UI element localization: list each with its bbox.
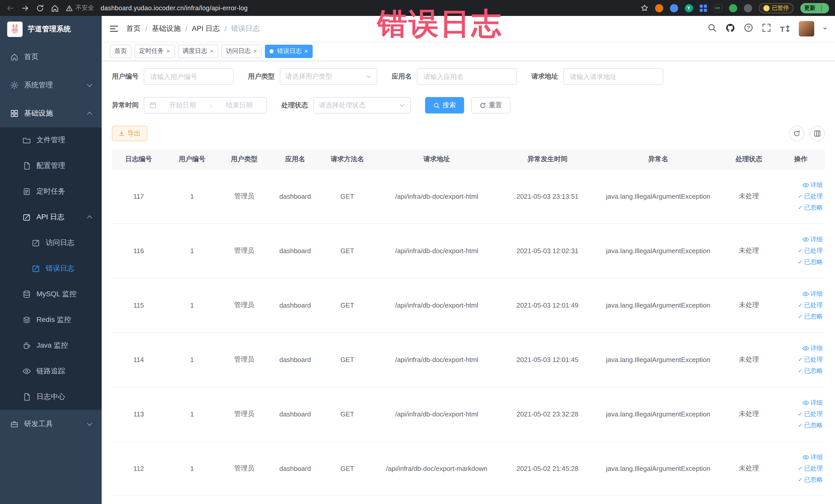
sidebar-item-label: 文件管理 <box>37 136 65 145</box>
request-url-input[interactable] <box>563 68 663 85</box>
reset-button[interactable]: 重置 <box>471 97 510 114</box>
tab-timed-task[interactable]: 定时任务× <box>135 44 175 58</box>
ignored-link[interactable]: ✓已忽略 <box>798 311 823 321</box>
app-name-input[interactable] <box>417 68 517 85</box>
breadcrumb-api-log[interactable]: API 日志 <box>192 24 220 33</box>
font-size-icon[interactable]: T <box>780 24 790 33</box>
tab-home[interactable]: 首页 <box>110 44 131 58</box>
search-button[interactable]: 搜索 <box>425 97 464 114</box>
cell-exception-name: java.lang.IllegalArgumentException <box>595 387 721 441</box>
sidebar-item-java-monitor[interactable]: Java 监控 <box>0 333 102 358</box>
ignored-link[interactable]: ✓已忽略 <box>798 475 823 484</box>
sidebar-item-access-log[interactable]: 访问日志 <box>0 230 102 256</box>
hamburger-icon[interactable] <box>110 26 118 32</box>
close-icon[interactable]: × <box>304 48 308 55</box>
col-exception-time: 异常发生时间 <box>500 149 595 169</box>
security-indicator[interactable]: 不安全 <box>66 4 94 12</box>
table-row: 112 1 管理员 dashboard GET /api/infra/db-do… <box>112 441 825 496</box>
sidebar-item-trace[interactable]: 链路追踪 <box>0 358 102 384</box>
sidebar-item-timed-task[interactable]: 定时任务 <box>0 179 102 204</box>
processed-link[interactable]: ✓已处理 <box>798 246 823 256</box>
detail-link[interactable]: 详细 <box>802 398 823 407</box>
check-icon: ✓ <box>798 246 803 256</box>
home-chrome-icon[interactable] <box>51 4 59 12</box>
detail-link[interactable]: 详细 <box>802 289 823 299</box>
sidebar-item-api-log[interactable]: API 日志 <box>0 204 102 230</box>
extension-on-badge[interactable]: on <box>713 4 722 12</box>
top-navbar: 首页 / 基础设施 / API 日志 / 错误日志 ? T <box>102 16 835 42</box>
fullscreen-icon[interactable] <box>762 23 771 35</box>
update-button[interactable]: 更新 ⋮ <box>800 3 829 13</box>
sidebar-item-label: MySQL 监控 <box>37 289 77 299</box>
cell-app-name: dashboard <box>270 441 321 496</box>
bookmark-star-icon[interactable] <box>640 4 648 12</box>
processed-link[interactable]: ✓已处理 <box>798 355 823 364</box>
tab-label: 调度日志 <box>183 47 207 56</box>
sidebar-item-config-manage[interactable]: 配置管理 <box>0 153 102 179</box>
processed-link[interactable]: ✓已处理 <box>798 300 823 310</box>
github-icon[interactable] <box>726 23 735 35</box>
extension-paw-icon[interactable] <box>744 4 752 12</box>
sidebar-item-file-manage[interactable]: 文件管理 <box>0 127 102 153</box>
columns-icon <box>813 130 821 137</box>
reload-icon[interactable] <box>36 4 44 12</box>
help-icon[interactable]: ? <box>744 23 753 35</box>
cell-log-id: 115 <box>112 278 165 332</box>
extension-green-icon[interactable] <box>729 4 737 12</box>
cell-request-url: /api/infra/db-doc/export-html <box>374 332 500 387</box>
sidebar-item-home[interactable]: 首页 <box>0 43 102 71</box>
ignored-link[interactable]: ✓已忽略 <box>798 257 823 267</box>
close-icon[interactable]: × <box>166 48 170 55</box>
ignored-link[interactable]: ✓已忽略 <box>798 203 823 212</box>
processed-link[interactable]: ✓已处理 <box>798 191 823 201</box>
export-button[interactable]: 导出 <box>112 126 147 141</box>
tab-access-log[interactable]: 访问日志× <box>221 44 262 58</box>
detail-link[interactable]: 详细 <box>802 452 823 462</box>
sidebar-item-system[interactable]: 系统管理 <box>0 71 102 99</box>
sidebar-item-error-log[interactable]: 错误日志 <box>0 256 102 281</box>
processed-link[interactable]: ✓已处理 <box>798 409 823 419</box>
tab-error-log[interactable]: 错误日志× <box>265 44 313 58</box>
detail-link[interactable]: 详细 <box>802 235 823 244</box>
sidebar-item-label: 定时任务 <box>37 187 65 196</box>
app-title: 芋道管理系统 <box>28 25 71 34</box>
detail-link[interactable]: 详细 <box>802 343 823 353</box>
forward-icon[interactable] <box>21 4 29 12</box>
user-type-select[interactable]: 请选择用户类型 <box>280 68 377 85</box>
cell-user-id: 1 <box>165 278 219 332</box>
extension-y-icon[interactable]: Y <box>685 4 693 12</box>
breadcrumb-home[interactable]: 首页 <box>126 24 141 33</box>
exception-time-range[interactable]: 开始日期 - 结束日期 <box>144 97 267 114</box>
address-bar[interactable]: dashboard.yudao.iocoder.cn/infra/log/api… <box>101 4 248 12</box>
tab-schedule-log[interactable]: 调度日志× <box>178 44 218 58</box>
processed-link[interactable]: ✓已处理 <box>798 463 823 473</box>
ignored-link[interactable]: ✓已忽略 <box>798 366 823 376</box>
status-select[interactable]: 请选择处理状态 <box>313 97 411 114</box>
extension-blue-icon[interactable] <box>670 4 678 12</box>
close-icon[interactable]: × <box>253 48 257 55</box>
extension-grid-icon[interactable] <box>699 4 707 12</box>
search-icon[interactable] <box>708 23 717 35</box>
column-settings-button[interactable] <box>809 126 825 141</box>
sidebar-item-log-center[interactable]: 日志中心 <box>0 384 102 410</box>
extension-orange-icon[interactable] <box>655 4 663 12</box>
app-logo[interactable]: 芋道管理系统 <box>0 16 102 43</box>
refresh-table-button[interactable] <box>789 126 804 141</box>
sidebar-item-mysql-monitor[interactable]: MySQL 监控 <box>0 281 102 307</box>
ignored-link[interactable]: ✓已忽略 <box>798 420 823 430</box>
close-icon[interactable]: × <box>210 48 213 55</box>
col-log-id: 日志编号 <box>112 149 165 169</box>
chevron-down-icon[interactable] <box>823 28 827 32</box>
sidebar-submenu-infra: 文件管理 配置管理 定时任务 API 日志 <box>0 127 102 410</box>
back-icon[interactable] <box>6 4 14 12</box>
sidebar-item-infra[interactable]: 基础设施 <box>0 99 102 127</box>
detail-link[interactable]: 详细 <box>802 180 823 190</box>
paused-extension-chip[interactable]: 已暂停 <box>758 3 793 13</box>
user-id-input[interactable] <box>144 68 233 85</box>
cell-app-name: dashboard <box>270 278 321 332</box>
avatar[interactable] <box>798 21 814 37</box>
sidebar-item-label: 基础设施 <box>24 108 53 118</box>
breadcrumb-infra[interactable]: 基础设施 <box>152 24 181 33</box>
sidebar-item-redis-monitor[interactable]: Redis 监控 <box>0 307 102 333</box>
sidebar-item-dev-tools[interactable]: 研发工具 <box>0 410 102 438</box>
